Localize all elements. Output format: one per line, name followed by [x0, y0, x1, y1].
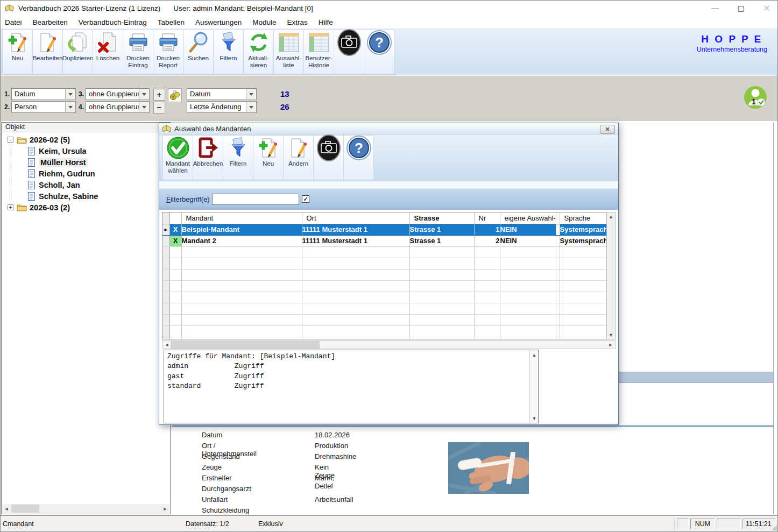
header-sprache[interactable]: Sprache — [560, 212, 606, 224]
table-horizontal-scrollbar[interactable]: ◄ ► — [162, 340, 616, 349]
aendern-button[interactable]: Ändern — [283, 135, 314, 180]
abbrechen-button[interactable]: Abbrechen — [193, 135, 223, 180]
tree-item-mueller-horst[interactable]: Müller Horst — [2, 157, 170, 168]
filtern-button[interactable]: Filtern — [213, 30, 244, 75]
loeschen-button[interactable]: Löschen — [93, 30, 123, 75]
header-sel[interactable] — [169, 212, 181, 224]
empty-cell — [474, 258, 500, 269]
group3-select[interactable]: ohne Gruppierung — [86, 88, 150, 100]
group4-select[interactable]: ohne Gruppierung — [86, 101, 150, 113]
header-nr[interactable]: Nr — [474, 212, 500, 224]
filter-active-checkbox[interactable]: ✓ — [302, 195, 309, 203]
duplizieren-button[interactable]: Duplizieren — [62, 30, 93, 75]
menu-tabellen[interactable]: Tabellen — [152, 18, 190, 26]
tree-horizontal-scrollbar[interactable]: ◄ ► — [2, 504, 169, 513]
sort1-select[interactable]: Datum — [187, 88, 257, 100]
dialog-neu-button[interactable]: Neu — [253, 135, 284, 180]
status-record-count: Datensatz: 1/2 — [186, 520, 229, 528]
aktualisieren-button[interactable]: Aktuali- sieren — [243, 30, 274, 75]
chevron-down-icon[interactable] — [65, 89, 75, 99]
table-empty-row — [162, 269, 606, 280]
chevron-down-icon[interactable] — [246, 102, 256, 112]
menu-hilfe[interactable]: Hilfe — [313, 18, 338, 26]
dialog-foto-button[interactable] — [313, 135, 344, 180]
empty-cell — [162, 280, 169, 292]
chevron-down-icon[interactable] — [139, 89, 148, 99]
resize-grip[interactable] — [772, 525, 777, 530]
tree-item-riehm-gudrun[interactable]: Riehm, Gudrun — [2, 168, 170, 179]
dialog-close-button[interactable]: ✕ — [600, 125, 615, 134]
remove-grouping-button[interactable]: − — [153, 102, 165, 114]
collapse-icon[interactable]: - — [8, 137, 13, 143]
suchen-button[interactable]: Suchen — [183, 30, 214, 75]
scrollbar-thumb[interactable] — [171, 341, 320, 349]
header-strasse[interactable]: Strasse — [409, 212, 474, 224]
scroll-down-icon[interactable]: ▼ — [530, 414, 539, 423]
scroll-up-icon[interactable]: ▲ — [530, 350, 539, 359]
scroll-left-icon[interactable]: ◄ — [2, 504, 11, 513]
status-panel-empty — [677, 519, 689, 529]
chevron-down-icon[interactable] — [139, 102, 148, 112]
dialog-filter-band: Filterbegriff(e) ✓ — [159, 188, 618, 210]
window-user-info: User: admin Mandant: Beispiel-Mandant [0… — [173, 4, 313, 12]
grouping-settings-button[interactable] — [168, 88, 182, 102]
table-row-beispiel-mandant[interactable]: ► X Beispiel-Mandant 11111 Musterstadt 1… — [162, 224, 606, 235]
drucken-eintrag-button[interactable]: Drucken Eintrag — [123, 30, 153, 75]
hilfe-button[interactable]: ? — [364, 30, 394, 75]
minimize-button[interactable]: — — [709, 4, 721, 12]
header-mandant[interactable]: Mandant — [181, 212, 302, 224]
group2-select[interactable]: Person — [11, 101, 76, 113]
expand-icon[interactable]: + — [8, 204, 13, 210]
chevron-down-icon[interactable] — [65, 102, 75, 112]
scroll-down-icon[interactable]: ▼ — [607, 331, 615, 339]
menu-verbandbuch-eintrag[interactable]: Verbandbuch-Eintrag — [73, 18, 152, 26]
tree-item-keim-ursula[interactable]: Keim, Ursula — [2, 145, 170, 157]
filterbegriff-input[interactable] — [212, 194, 299, 205]
mandant-waehlen-button[interactable]: Mandant wählen — [162, 135, 193, 180]
table-row-mandant-2[interactable]: X Mandant 2 11111 Musterstadt 1 Strasse … — [162, 235, 606, 246]
scroll-right-icon[interactable]: ► — [606, 340, 615, 349]
bearbeiten-button[interactable]: Bearbeiten — [32, 30, 63, 75]
tree-item-schulze-sabine[interactable]: Schulze, Sabine — [2, 190, 170, 202]
menu-bearbeiten[interactable]: Bearbeiten — [27, 18, 73, 26]
table-empty-row — [162, 325, 606, 337]
scroll-right-icon[interactable]: ► — [161, 504, 169, 513]
foto-button[interactable] — [334, 30, 364, 75]
maximize-button[interactable]: ▢ — [735, 4, 747, 12]
close-button[interactable]: ✕ — [761, 3, 773, 13]
open-folder-icon — [17, 136, 27, 144]
group1-select[interactable]: Datum — [11, 88, 76, 100]
table-empty-row — [162, 280, 606, 292]
dialog-filtern-button[interactable]: Filtern — [223, 135, 253, 180]
auswahlliste-button[interactable]: Auswahl- liste — [273, 30, 304, 75]
zugriffe-scrollbar[interactable]: ▲ ▼ — [529, 350, 538, 423]
tree-folder-2026-02[interactable]: - 2026-02 (5) — [2, 134, 170, 145]
header-ort[interactable]: Ort — [302, 212, 409, 224]
scroll-left-icon[interactable]: ◄ — [162, 340, 171, 349]
menu-extras[interactable]: Extras — [282, 18, 313, 26]
table-vertical-scrollbar[interactable]: ▲ ▼ — [606, 212, 616, 339]
add-grouping-button[interactable]: + — [153, 89, 165, 101]
delete-icon — [98, 30, 118, 55]
dialog-hilfe-button[interactable]: ? — [343, 135, 374, 180]
sort2-select[interactable]: Letzte Änderung — [187, 101, 257, 113]
tree-folder-2026-03[interactable]: + 2026-03 (2) — [2, 202, 170, 213]
benutzer-historie-button[interactable]: Benutzer- Historie — [303, 30, 334, 75]
drucken-report-button[interactable]: Drucken Report — [153, 30, 183, 75]
empty-cell — [500, 325, 556, 337]
scrollbar-thumb[interactable] — [11, 505, 39, 513]
tree-item-scholl-jan[interactable]: Scholl, Jan — [2, 179, 170, 190]
chevron-down-icon[interactable] — [246, 89, 256, 99]
empty-cell — [409, 303, 474, 314]
empty-cell — [169, 303, 181, 314]
neu-button[interactable]: Neu — [2, 30, 33, 75]
empty-cell — [474, 292, 500, 303]
edit-icon — [38, 30, 58, 55]
menu-auswertungen[interactable]: Auswertungen — [190, 18, 247, 26]
user-status-icon[interactable]: 1 — [743, 85, 768, 110]
menu-datei[interactable]: Datei — [0, 18, 27, 26]
menu-module[interactable]: Module — [247, 18, 281, 26]
header-auswahl[interactable]: eigene Auswahl-R — [500, 212, 556, 224]
scroll-up-icon[interactable]: ▲ — [607, 212, 615, 221]
main-toolbar: Neu Bearbeiten — [0, 28, 778, 75]
